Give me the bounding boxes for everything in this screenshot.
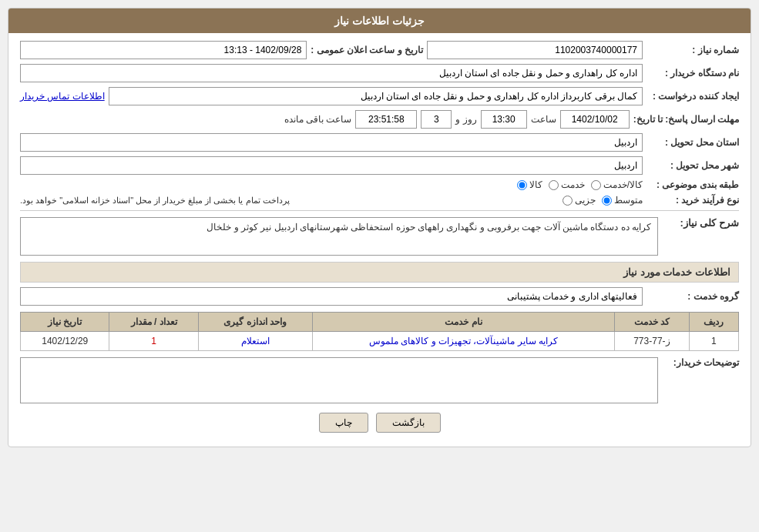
col-unit: واحد اندازه گیری xyxy=(198,313,312,332)
col-code: کد خدمت xyxy=(615,313,689,332)
buyer-org-input xyxy=(20,64,643,82)
announce-date-label: تاریخ و ساعت اعلان عمومی : xyxy=(311,45,423,55)
category-kala-label: کالا xyxy=(529,179,542,190)
cell-code: ز-77-773 xyxy=(615,332,689,351)
response-time-input xyxy=(481,110,527,129)
category-label: طبقه بندی موضوعی : xyxy=(646,179,739,190)
response-remaining-input xyxy=(355,110,417,129)
response-remaining-label: ساعت باقی مانده xyxy=(284,114,352,125)
category-kala-khedmat-radio[interactable] xyxy=(591,180,601,190)
service-section-title: اطلاعات خدمات مورد نیاز xyxy=(20,262,739,283)
creator-label: ایجاد کننده درخواست : xyxy=(646,91,739,102)
response-days-input xyxy=(421,110,452,129)
print-button[interactable]: چاپ xyxy=(319,413,368,433)
cell-unit: استعلام xyxy=(198,332,312,351)
buyer-org-label: نام دستگاه خریدار : xyxy=(646,68,739,79)
need-number-input xyxy=(427,41,643,59)
process-jozi-radio[interactable] xyxy=(563,196,573,206)
service-table-section: ردیف کد خدمت نام خدمت واحد اندازه گیری ت… xyxy=(20,312,739,351)
announce-date-input xyxy=(20,41,307,59)
province-input xyxy=(20,133,643,152)
buyer-desc-box xyxy=(20,357,658,403)
back-button[interactable]: بازگشت xyxy=(376,413,441,433)
process-jozi-label: جزیی xyxy=(575,195,596,206)
buyer-desc-label: توضیحات خریدار: xyxy=(662,357,739,368)
response-deadline-label: مهلت ارسال پاسخ: تا تاریخ: xyxy=(633,114,739,125)
cell-name: کرایه سایر ماشینآلات، تجهیزات و کالاهای … xyxy=(312,332,615,351)
province-label: استان محل تحویل : xyxy=(646,137,739,148)
category-kala-khedmat-label: کالا/خدمت xyxy=(603,179,643,190)
col-count: تعداد / مقدار xyxy=(109,313,198,332)
category-kala-radio[interactable] xyxy=(517,180,527,190)
city-input xyxy=(20,156,643,175)
response-day-label: روز و xyxy=(455,114,476,125)
creator-input xyxy=(109,87,643,105)
response-time-label: ساعت xyxy=(531,114,556,125)
need-desc-label: شرح کلی نیاز: xyxy=(662,217,739,229)
contact-info-link[interactable]: اطلاعات تماس خریدار xyxy=(20,91,105,102)
table-row: 1 ز-77-773 کرایه سایر ماشینآلات، تجهیزات… xyxy=(21,332,739,351)
col-name: نام خدمت xyxy=(312,313,615,332)
col-date: تاریخ نیاز xyxy=(21,313,109,332)
service-table: ردیف کد خدمت نام خدمت واحد اندازه گیری ت… xyxy=(20,312,739,351)
city-label: شهر محل تحویل : xyxy=(646,160,739,171)
cell-row: 1 xyxy=(689,332,738,351)
process-description: پرداخت تمام یا بخشی از مبلغ خریدار از مح… xyxy=(20,196,290,206)
need-number-label: شماره نیاز : xyxy=(646,45,739,55)
need-desc-box: کرایه ده دستگاه ماشین آلات جهت برفروبی و… xyxy=(20,217,658,256)
need-desc-text: کرایه ده دستگاه ماشین آلات جهت برفروبی و… xyxy=(207,222,651,233)
process-motavasset-radio[interactable] xyxy=(602,196,612,206)
col-row: ردیف xyxy=(689,313,738,332)
category-khedmat-radio[interactable] xyxy=(549,180,559,190)
response-date-input xyxy=(560,110,630,129)
button-row: بازگشت چاپ xyxy=(20,413,739,433)
service-group-input xyxy=(20,287,643,306)
service-group-label: گروه خدمت : xyxy=(646,291,739,302)
process-motavasset-label: متوسط xyxy=(614,195,643,206)
page-title: جزئیات اطلاعات نیاز xyxy=(8,8,751,33)
process-label: نوع فرآیند خرید : xyxy=(646,195,739,206)
cell-date: 1402/12/29 xyxy=(21,332,109,351)
category-khedmat-label: خدمت xyxy=(561,179,585,190)
cell-count: 1 xyxy=(109,332,198,351)
